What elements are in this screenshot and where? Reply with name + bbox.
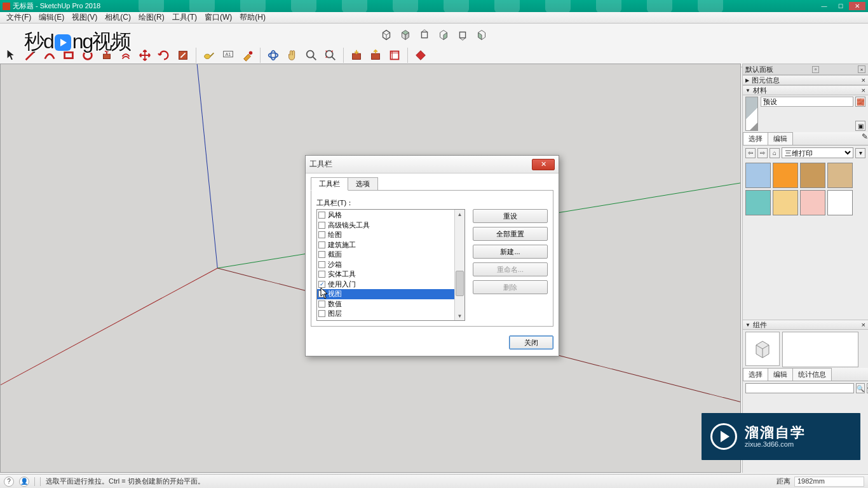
toolbar-list-item[interactable]: 截面 xyxy=(317,250,465,260)
checkbox-icon[interactable] xyxy=(318,212,325,219)
arc-tool-icon[interactable] xyxy=(41,46,58,64)
checkbox-icon[interactable] xyxy=(318,222,325,229)
checkbox-icon[interactable] xyxy=(318,241,325,248)
paint-tool-icon[interactable] xyxy=(238,46,256,64)
search-icon[interactable]: 🔍 xyxy=(856,383,865,393)
default-material-icon[interactable]: ▣ xyxy=(855,121,865,131)
view-iso-icon[interactable] xyxy=(377,26,395,44)
library-menu-icon[interactable]: ▾ xyxy=(855,148,865,158)
component-search-input[interactable] xyxy=(745,383,854,393)
tray-close-icon[interactable]: × xyxy=(858,65,865,73)
menu-draw[interactable]: 绘图(R) xyxy=(135,12,168,23)
select-tool-icon[interactable] xyxy=(3,46,20,64)
tray-title[interactable]: 默认面板 ▫ × xyxy=(743,64,868,75)
toolbar-list-item[interactable]: 高级镜头工具 xyxy=(317,220,465,231)
scale-tool-icon[interactable] xyxy=(174,46,192,64)
checkbox-icon[interactable] xyxy=(318,301,325,308)
checkbox-icon[interactable] xyxy=(318,320,325,321)
toolbar-list-item[interactable]: ✓视图 xyxy=(317,289,465,299)
minimize-button[interactable] xyxy=(816,2,832,10)
pushpull-tool-icon[interactable] xyxy=(98,46,116,64)
material-preview[interactable] xyxy=(745,97,758,131)
move-tool-icon[interactable] xyxy=(136,46,154,64)
dialog-tab-options[interactable]: 选项 xyxy=(348,177,378,191)
toolbar-list-item[interactable]: ✓使用入门 xyxy=(317,280,465,290)
toolbars-listbox[interactable]: 风格高级镜头工具绘图建筑施工截面沙箱实体工具✓使用入门✓视图数值图层相机 ▲ ▼ xyxy=(316,209,465,321)
orbit-tool-icon[interactable] xyxy=(264,46,282,64)
menu-camera[interactable]: 相机(C) xyxy=(101,12,135,23)
toolbar-list-item[interactable]: 沙箱 xyxy=(317,260,465,270)
rectangle-tool-icon[interactable] xyxy=(60,46,78,64)
rotate-tool-icon[interactable] xyxy=(155,46,173,64)
material-swatch[interactable] xyxy=(827,190,853,215)
dialog-tab-toolbars[interactable]: 工具栏 xyxy=(311,177,348,191)
maximize-button[interactable] xyxy=(832,2,849,10)
toolbar-list-item[interactable]: 图层 xyxy=(317,309,465,319)
line-tool-icon[interactable] xyxy=(22,46,39,64)
new-button[interactable]: 新建... xyxy=(473,245,548,259)
pan-tool-icon[interactable] xyxy=(283,46,301,64)
view-front-icon[interactable] xyxy=(416,26,433,44)
checkbox-icon[interactable]: ✓ xyxy=(318,281,325,288)
scrollbar-thumb[interactable] xyxy=(456,271,464,296)
view-top-icon[interactable] xyxy=(397,26,414,44)
warehouse-get-icon[interactable] xyxy=(348,46,365,64)
component-preview[interactable] xyxy=(745,332,780,366)
tab-stats[interactable]: 统计信息 xyxy=(792,368,832,381)
section-close-icon[interactable]: × xyxy=(862,321,865,329)
circle-tool-icon[interactable] xyxy=(79,46,97,64)
material-category-select[interactable]: 三维打印 xyxy=(782,147,853,158)
menu-edit[interactable]: 编辑(E) xyxy=(35,12,68,23)
view-left-icon[interactable] xyxy=(473,26,491,44)
menu-file[interactable]: 文件(F) xyxy=(3,12,35,23)
scroll-down-icon[interactable]: ▼ xyxy=(455,311,465,320)
dialog-close-button[interactable]: ✕ xyxy=(532,159,555,170)
material-swatch[interactable] xyxy=(773,163,798,188)
zoom-extents-icon[interactable] xyxy=(322,46,339,64)
forward-icon[interactable]: ⇨ xyxy=(757,148,768,158)
material-swatch[interactable] xyxy=(745,163,771,188)
entity-info-header[interactable]: ▶ 图元信息 × xyxy=(743,75,868,85)
material-swatch[interactable] xyxy=(745,190,771,215)
toolbar-list-item[interactable]: 风格 xyxy=(317,210,465,220)
toolbar-list-item[interactable]: 相机 xyxy=(317,319,465,322)
section-close-icon[interactable]: × xyxy=(862,86,865,94)
tab-select[interactable]: 选择 xyxy=(743,368,768,381)
tape-tool-icon[interactable] xyxy=(200,46,218,64)
scroll-up-icon[interactable]: ▲ xyxy=(455,210,465,219)
dialog-titlebar[interactable]: 工具栏 ✕ xyxy=(306,156,559,173)
toolbar-list-item[interactable]: 绘图 xyxy=(317,230,465,240)
toolbar-list-item[interactable]: 建筑施工 xyxy=(317,240,465,250)
reset-button[interactable]: 重设 xyxy=(473,209,548,223)
materials-header[interactable]: ▼ 材料 × xyxy=(743,85,868,95)
scrollbar[interactable]: ▲ ▼ xyxy=(454,210,465,320)
home-icon[interactable]: ⌂ xyxy=(770,148,780,158)
tab-edit[interactable]: 编辑 xyxy=(768,132,793,145)
material-swatch[interactable] xyxy=(773,190,798,215)
material-swatch[interactable] xyxy=(827,163,853,188)
menu-help[interactable]: 帮助(H) xyxy=(236,12,269,23)
menu-tools[interactable]: 工具(T) xyxy=(168,12,201,23)
layout-icon[interactable] xyxy=(386,46,403,64)
text-tool-icon[interactable]: A1 xyxy=(219,46,237,64)
material-name-input[interactable] xyxy=(761,97,853,107)
components-header[interactable]: ▼ 组件 × xyxy=(743,320,868,330)
extension-warehouse-icon[interactable] xyxy=(412,46,430,64)
checkbox-icon[interactable] xyxy=(318,261,325,268)
checkbox-icon[interactable] xyxy=(318,271,325,278)
tray-pin-icon[interactable]: ▫ xyxy=(812,66,819,73)
view-right-icon[interactable] xyxy=(435,26,452,44)
checkbox-icon[interactable] xyxy=(318,251,325,258)
help-icon[interactable]: ? xyxy=(4,477,14,487)
user-icon[interactable]: 👤 xyxy=(19,477,29,487)
offset-tool-icon[interactable] xyxy=(117,46,135,64)
measurement-value[interactable]: 1982mm xyxy=(794,477,864,487)
menu-window[interactable]: 窗口(W) xyxy=(201,12,236,23)
eyedropper-icon[interactable]: ✎ xyxy=(862,132,868,145)
section-close-icon[interactable]: × xyxy=(862,76,865,84)
back-icon[interactable]: ⇦ xyxy=(745,148,756,158)
menu-view[interactable]: 视图(V) xyxy=(68,12,101,23)
checkbox-icon[interactable] xyxy=(318,310,325,317)
tab-select[interactable]: 选择 xyxy=(743,132,768,145)
create-material-icon[interactable]: 🧱 xyxy=(855,97,865,107)
